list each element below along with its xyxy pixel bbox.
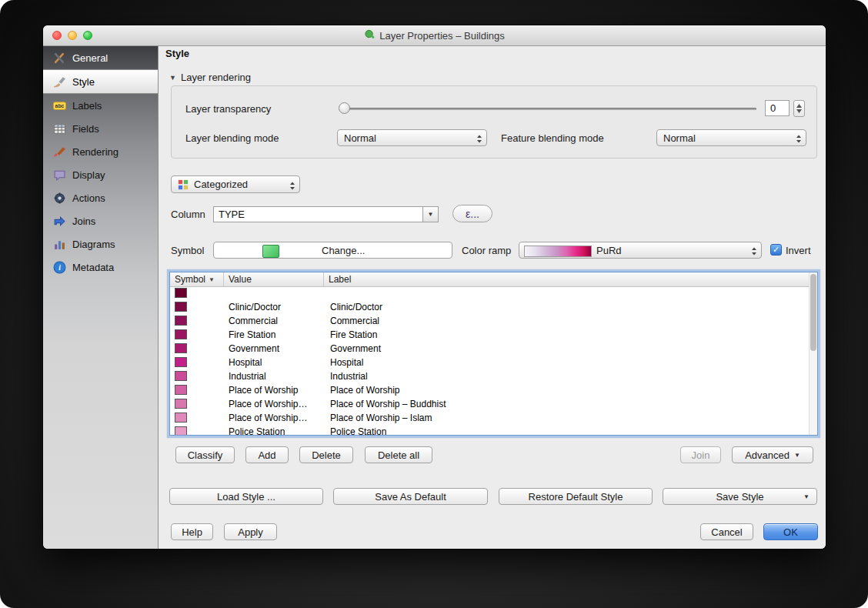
category-swatch[interactable]	[175, 426, 187, 435]
column-header-symbol[interactable]: Symbol ▼	[170, 272, 224, 286]
ok-button[interactable]: OK	[763, 523, 818, 540]
color-ramp-dropdown[interactable]: PuRd	[519, 242, 762, 259]
table-scrollbar[interactable]	[809, 272, 817, 435]
save-style-button[interactable]: Save Style ▼	[663, 488, 817, 505]
labels-abc-icon: abc	[53, 99, 66, 112]
category-swatch[interactable]	[175, 288, 187, 298]
sidebar-item-label: Style	[72, 76, 95, 88]
svg-text:i: i	[58, 263, 61, 272]
window-titlebar[interactable]: Layer Properties – Buildings	[43, 25, 826, 46]
style-brush-icon	[53, 75, 66, 89]
sidebar-item-label: Joins	[72, 215, 95, 227]
restore-default-style-button[interactable]: Restore Default Style	[499, 488, 653, 505]
renderer-type-dropdown[interactable]: Categorized	[171, 175, 300, 193]
table-row[interactable]: GovernmentGovernment	[170, 342, 809, 356]
sidebar-item-label: Metadata	[72, 262, 114, 273]
table-row[interactable]: Place of Worship…Place of Worship – Isla…	[170, 411, 809, 425]
feature-blending-dropdown[interactable]: Normal	[656, 129, 806, 146]
sidebar-item-style[interactable]: Style	[43, 69, 158, 94]
color-ramp-preview	[524, 246, 592, 257]
expression-button[interactable]: ε...	[452, 205, 492, 222]
sidebar-item-joins[interactable]: Joins	[43, 209, 158, 232]
sidebar-item-display[interactable]: Display	[43, 163, 158, 186]
category-value: Government	[229, 343, 279, 354]
table-row[interactable]: HospitalHospital	[170, 356, 809, 369]
sidebar-item-actions[interactable]: Actions	[43, 186, 158, 209]
sidebar-item-general[interactable]: General	[43, 46, 158, 69]
category-swatch[interactable]	[175, 357, 187, 367]
advanced-button[interactable]: Advanced ▼	[732, 446, 813, 463]
symbol-change-button[interactable]: Change...	[213, 242, 452, 259]
column-label: Column	[171, 209, 205, 220]
load-style-button[interactable]: Load Style ...	[169, 488, 323, 505]
category-swatch[interactable]	[175, 343, 187, 353]
sidebar-item-diagrams[interactable]: Diagrams	[43, 232, 158, 256]
delete-all-button[interactable]: Delete all	[365, 446, 432, 463]
table-row[interactable]: Clinic/DoctorClinic/Doctor	[170, 300, 809, 314]
zoom-button[interactable]	[83, 31, 92, 40]
table-row[interactable]: IndustrialIndustrial	[170, 369, 809, 383]
table-row[interactable]: Place of WorshipPlace of Worship	[170, 383, 809, 397]
category-label: Place of Worship – Buddhist	[330, 399, 446, 409]
renderer-type-value: Categorized	[194, 179, 248, 190]
category-swatch[interactable]	[175, 399, 187, 409]
layer-blending-dropdown[interactable]: Normal	[337, 129, 487, 146]
category-swatch[interactable]	[175, 316, 187, 326]
category-swatch[interactable]	[175, 385, 187, 395]
category-value: Hospital	[229, 357, 262, 368]
table-row[interactable]: CommercialCommercial	[170, 314, 809, 328]
symbol-label: Symbol	[171, 245, 204, 256]
layer-blending-value: Normal	[344, 132, 376, 144]
category-swatch[interactable]	[175, 329, 187, 339]
table-row[interactable]	[170, 286, 809, 300]
dropdown-chevrons-icon	[751, 246, 757, 258]
category-value: Place of Worship…	[229, 399, 308, 409]
layer-rendering-header[interactable]: ▼ Layer rendering	[169, 72, 251, 83]
category-value: Fire Station	[229, 329, 275, 340]
invert-checkbox[interactable]: ✓	[770, 244, 782, 256]
sidebar-item-metadata[interactable]: iMetadata	[43, 256, 158, 279]
save-as-default-button[interactable]: Save As Default	[333, 488, 488, 505]
column-combo[interactable]: TYPE ▼	[213, 206, 439, 222]
column-header-label[interactable]: Label	[324, 272, 817, 286]
sidebar-item-label: Diagrams	[72, 239, 115, 250]
transparency-value-field[interactable]: 0	[765, 100, 790, 116]
table-row[interactable]: Police StationPolice Station	[170, 425, 809, 435]
category-swatch[interactable]	[175, 413, 187, 423]
color-ramp-label: Color ramp	[462, 245, 511, 256]
classify-button[interactable]: Classify	[175, 446, 235, 463]
cancel-button[interactable]: Cancel	[700, 523, 753, 540]
slider-thumb[interactable]	[339, 102, 350, 114]
table-header-row: Symbol ▼ Value Label	[170, 272, 817, 287]
category-label: Government	[330, 343, 381, 354]
help-button[interactable]: Help	[171, 523, 213, 540]
category-value: Police Station	[229, 426, 285, 435]
table-row[interactable]: Place of Worship…Place of Worship – Budd…	[170, 397, 809, 411]
transparency-slider[interactable]	[339, 102, 756, 115]
sidebar-item-labels[interactable]: abcLabels	[43, 94, 158, 117]
delete-button[interactable]: Delete	[299, 446, 353, 463]
transparency-stepper[interactable]	[793, 100, 805, 117]
combo-dropdown-arrow-icon[interactable]: ▼	[422, 207, 438, 222]
scrollbar-thumb[interactable]	[810, 274, 816, 351]
dropdown-chevrons-icon	[289, 181, 295, 192]
category-label: Industrial	[330, 371, 368, 382]
categories-table[interactable]: Symbol ▼ Value Label Clinic/DoctorClinic…	[169, 272, 818, 436]
close-button[interactable]	[52, 31, 62, 40]
disclosure-triangle-icon[interactable]: ▼	[169, 74, 176, 82]
qgis-icon	[364, 28, 376, 42]
minimize-button[interactable]	[68, 31, 77, 40]
sidebar-item-rendering[interactable]: Rendering	[43, 140, 158, 163]
sort-indicator-icon: ▼	[209, 276, 215, 283]
column-value: TYPE	[219, 209, 245, 220]
add-button[interactable]: Add	[245, 446, 289, 463]
sidebar-item-fields[interactable]: Fields	[43, 117, 158, 140]
diagrams-chart-icon	[53, 238, 66, 251]
category-swatch[interactable]	[175, 371, 187, 381]
sidebar: GeneralStyleabcLabelsFieldsRenderingDisp…	[43, 46, 159, 549]
category-swatch[interactable]	[175, 302, 187, 312]
layer-blending-label: Layer blending mode	[185, 132, 279, 144]
apply-button[interactable]: Apply	[224, 523, 277, 540]
table-row[interactable]: Fire StationFire Station	[170, 328, 809, 342]
column-header-value[interactable]: Value	[224, 272, 324, 286]
